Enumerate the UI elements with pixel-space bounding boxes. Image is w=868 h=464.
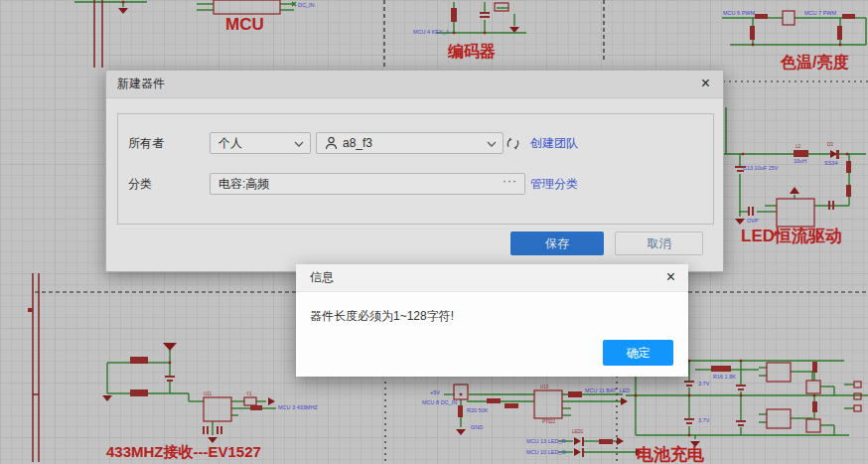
modal-overlay: [0, 0, 868, 464]
app-screen: DC_INMCU 4 KEY_JMCU 6 PWMMCU 7 PWM10uHSS…: [0, 0, 868, 464]
dialog-header: 信息 ×: [296, 264, 688, 292]
info-message: 器件长度必须为1~128字符!: [310, 308, 454, 325]
ok-button[interactable]: 确定: [603, 340, 673, 366]
close-icon[interactable]: ×: [666, 267, 675, 287]
info-dialog: 信息 × 器件长度必须为1~128字符! 确定: [296, 264, 688, 377]
dialog-title: 信息: [310, 264, 334, 291]
